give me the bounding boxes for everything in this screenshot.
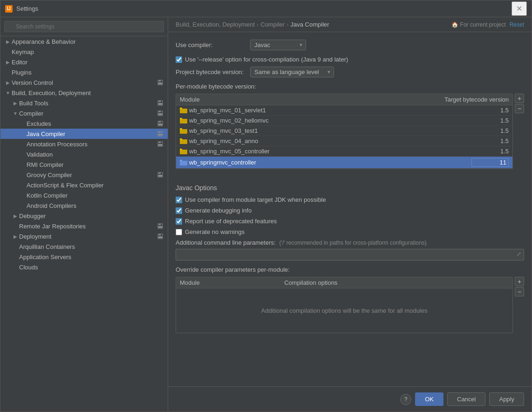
ok-button[interactable]: OK: [415, 392, 443, 406]
table-cell-module: wb_spring_mvc_05_controller: [176, 146, 419, 157]
report-deprecated-label: Report use of deprecated features: [185, 218, 277, 225]
sidebar-item-rmi-compiler[interactable]: RMI Compiler: [0, 159, 168, 170]
sidebar-item-appearance[interactable]: ▶Appearance & Behavior: [0, 36, 168, 47]
sidebar-item-editor[interactable]: ▶Editor: [0, 57, 168, 67]
table-row[interactable]: wb_spring_mvc_02_hellomvc1.5: [176, 116, 512, 126]
sidebar-item-build-execution-deployment[interactable]: ▼Build, Execution, Deployment: [0, 88, 168, 98]
table-row[interactable]: wb_spring_mvc_03_test11.5: [176, 126, 512, 136]
svg-rect-23: [158, 226, 162, 228]
project-bytecode-label: Project bytecode version:: [176, 69, 250, 76]
sidebar-item-excludes[interactable]: Excludes: [0, 118, 168, 129]
sidebar-item-remote-jar-repos[interactable]: Remote Jar Repositories: [0, 221, 168, 231]
generate-no-warnings-checkbox[interactable]: [176, 229, 182, 235]
sidebar-label-deployment: Deployment: [19, 233, 157, 240]
panel-actions: 🏠 For current project Reset: [451, 21, 524, 28]
cmd-params-note: ('/' recommended in paths for cross-plat…: [280, 240, 427, 246]
cmd-params-input[interactable]: [176, 249, 524, 261]
sidebar-item-java-compiler[interactable]: Java Compiler: [0, 129, 168, 139]
use-compiler-jdk-checkbox[interactable]: [176, 197, 182, 203]
panel-header: Build, Execution, Deployment › Compiler …: [168, 17, 532, 32]
content-area: 🔍 ▶Appearance & BehaviorKeymap▶EditorPlu…: [0, 17, 532, 412]
breadcrumb-sep-1: ›: [257, 21, 259, 28]
table-cell-module-name: wb_spring_mvc_04_anno: [189, 137, 258, 144]
release-option-checkbox[interactable]: [176, 56, 182, 63]
svg-rect-17: [158, 144, 162, 146]
close-button[interactable]: ✕: [512, 1, 527, 16]
sidebar-item-kotlin-compiler[interactable]: Kotlin Compiler: [0, 190, 168, 200]
sidebar-label-editor: Editor: [12, 59, 164, 66]
table-row[interactable]: wb_springmvc_controller: [176, 157, 512, 169]
sidebar-label-build-tools: Build Tools: [19, 100, 157, 107]
sidebar-item-arquillian-containers[interactable]: Arquillian Containers: [0, 241, 168, 252]
sidebar-save-icon-build-tools: [157, 99, 164, 107]
sidebar-item-application-servers[interactable]: Application Servers: [0, 252, 168, 262]
table-cell-module: wb_spring_mvc_02_hellomvc: [176, 116, 419, 126]
sidebar-item-debugger[interactable]: ▶Debugger: [0, 211, 168, 221]
settings-dialog: IJ Settings ✕ 🔍 ▶Appearance & BehaviorKe…: [0, 0, 532, 412]
expand-cmd-input-button[interactable]: ⤢: [515, 250, 523, 258]
sidebar-item-clouds[interactable]: Clouds: [0, 262, 168, 272]
apply-button[interactable]: Apply: [489, 392, 524, 406]
sidebar-arrow-android-compilers: [19, 202, 27, 209]
table-row[interactable]: wb_spring_mvc_04_anno1.5: [176, 136, 512, 146]
svg-rect-11: [158, 124, 162, 125]
generate-debug-label: Generate debugging info: [185, 207, 252, 214]
sidebar-item-deployment[interactable]: ▶Deployment: [0, 231, 168, 241]
version-table-wrapper: Module Target bytecode version wb_spring…: [176, 94, 524, 177]
svg-rect-7: [159, 111, 161, 112]
reset-link[interactable]: Reset: [510, 21, 524, 28]
sidebar-arrow-version-control: ▶: [4, 79, 12, 86]
override-table: Module Compilation options Additional co…: [176, 277, 512, 333]
sidebar-item-annotation-processors[interactable]: Annotation Processors: [0, 139, 168, 149]
table-cell-module: wb_spring_mvc_01_servlet1: [176, 105, 419, 116]
sidebar-save-icon-groovy-compiler: [157, 171, 164, 179]
bytecode-select[interactable]: Same as language level 1.5 1.6 1.7 1.8 1…: [250, 67, 334, 77]
override-empty-row: Additional compilation options will be t…: [176, 288, 512, 333]
folder-icon: [180, 148, 189, 155]
add-module-button[interactable]: +: [515, 94, 524, 103]
sidebar-arrow-excludes: [19, 120, 27, 127]
table-row[interactable]: wb_spring_mvc_01_servlet11.5: [176, 105, 512, 116]
remove-module-button[interactable]: −: [515, 104, 524, 113]
search-box: 🔍: [0, 17, 168, 36]
svg-rect-4: [159, 101, 161, 102]
sidebar-item-validation[interactable]: Validation: [0, 149, 168, 159]
sidebar-arrow-build-execution-deployment: ▼: [4, 89, 12, 96]
svg-rect-8: [158, 113, 162, 115]
version-input[interactable]: [471, 158, 509, 167]
sidebar-item-groovy-compiler[interactable]: Groovy Compiler: [0, 170, 168, 180]
sidebar-item-keymap[interactable]: Keymap: [0, 47, 168, 57]
override-col-compilation: Compilation options: [280, 277, 512, 288]
compiler-select[interactable]: Javac Eclipse Ajc: [250, 40, 306, 50]
cancel-button[interactable]: Cancel: [447, 392, 485, 406]
sidebar-item-plugins[interactable]: Plugins: [0, 67, 168, 77]
sidebar-item-android-compilers[interactable]: Android Compilers: [0, 200, 168, 211]
sidebar-item-compiler[interactable]: ▼Compiler: [0, 108, 168, 118]
sidebar-item-build-tools[interactable]: ▶Build Tools: [0, 98, 168, 108]
sidebar-item-actionscript-flex[interactable]: ActionScript & Flex Compiler: [0, 180, 168, 190]
svg-rect-22: [159, 224, 161, 225]
remove-override-button[interactable]: −: [515, 287, 524, 296]
add-override-button[interactable]: +: [515, 277, 524, 286]
breadcrumb-item-2: Compiler: [260, 21, 285, 28]
sidebar-arrow-editor: ▶: [4, 58, 12, 66]
breadcrumb-sep-2: ›: [286, 21, 288, 28]
table-row[interactable]: wb_spring_mvc_05_controller1.5: [176, 146, 512, 157]
version-table: Module Target bytecode version wb_spring…: [176, 94, 512, 169]
bytecode-select-wrapper: Same as language level 1.5 1.6 1.7 1.8 1…: [250, 67, 334, 77]
sidebar-label-compiler: Compiler: [19, 110, 157, 117]
app-icon: IJ: [5, 5, 13, 13]
cmd-params-label: Additional command line parameters:: [176, 239, 276, 246]
sidebar-arrow-build-tools: ▶: [12, 99, 19, 107]
table-cell-module: wb_spring_mvc_03_test1: [176, 126, 419, 136]
report-deprecated-checkbox[interactable]: [176, 218, 182, 225]
sidebar-arrow-annotation-processors: [19, 140, 27, 148]
use-compiler-row: Use compiler: Javac Eclipse Ajc ▼: [176, 40, 524, 50]
generate-debug-checkbox[interactable]: [176, 207, 182, 214]
search-input[interactable]: [4, 21, 164, 32]
sidebar-arrow-validation: [19, 151, 27, 158]
sidebar-label-validation: Validation: [27, 151, 164, 158]
help-button[interactable]: ?: [400, 394, 411, 405]
sidebar-arrow-kotlin-compiler: [19, 192, 27, 199]
sidebar-item-version-control[interactable]: ▶Version Control: [0, 77, 168, 88]
